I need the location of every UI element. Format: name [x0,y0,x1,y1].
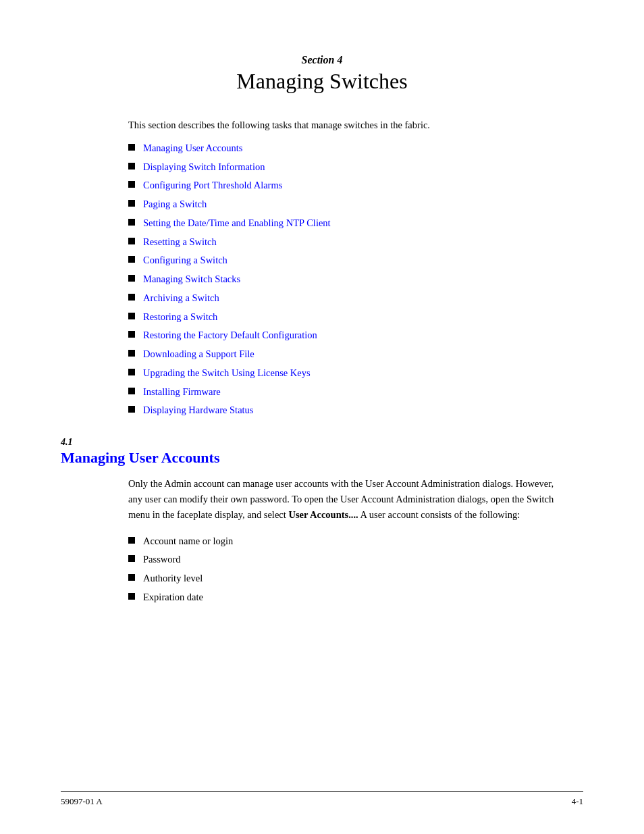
list-item: Managing Switch Stacks [128,272,570,287]
list-item: Upgrading the Switch Using License Keys [128,366,570,381]
bullet-icon [128,574,135,581]
toc-link-displaying-hardware-status[interactable]: Displaying Hardware Status [143,403,254,418]
list-item: Password [128,552,570,567]
bullet-icon [128,144,135,151]
list-item: Account name or login [128,534,570,549]
bullet-icon [128,238,135,244]
section-title: Managing Switches [61,69,583,94]
bullet-icon [128,181,135,188]
toc-link-paging-switch[interactable]: Paging a Switch [143,197,207,212]
list-item: Downloading a Support File [128,347,570,362]
list-item: Configuring Port Threshold Alarms [128,178,570,193]
sub-list-item-2: Password [143,552,181,567]
bullet-icon [128,350,135,357]
bullet-icon [128,369,135,375]
subsection-number: 4.1 [61,437,583,448]
bullet-icon [128,593,135,600]
bullet-icon [128,406,135,413]
list-item: Managing User Accounts [128,141,570,156]
toc-link-installing-firmware[interactable]: Installing Firmware [143,385,221,400]
footer: 59097-01 A 4-1 [61,791,583,807]
toc-link-setting-datetime[interactable]: Setting the Date/Time and Enabling NTP C… [143,216,331,231]
toc-link-configuring-port-threshold[interactable]: Configuring Port Threshold Alarms [143,178,282,193]
list-item: Expiration date [128,590,570,605]
bullet-icon [128,537,135,544]
list-item: Restoring the Factory Default Configurat… [128,328,570,343]
bullet-icon [128,313,135,319]
bullet-icon [128,200,135,207]
toc-link-upgrading-switch[interactable]: Upgrading the Switch Using License Keys [143,366,311,381]
footer-left: 59097-01 A [61,796,103,807]
bullet-icon [128,219,135,226]
toc-link-managing-switch-stacks[interactable]: Managing Switch Stacks [143,272,240,287]
list-item: Installing Firmware [128,385,570,400]
list-item: Setting the Date/Time and Enabling NTP C… [128,216,570,231]
toc-link-archiving-switch[interactable]: Archiving a Switch [143,291,219,306]
footer-right: 4-1 [572,796,583,807]
list-item: Restoring a Switch [128,310,570,325]
sub-list-item-1: Account name or login [143,534,233,549]
list-item: Configuring a Switch [128,253,570,268]
toc-link-restoring-factory-default[interactable]: Restoring the Factory Default Configurat… [143,328,317,343]
list-item: Authority level [128,571,570,586]
body-bold: User Accounts.... [288,509,358,520]
toc-link-downloading-support-file[interactable]: Downloading a Support File [143,347,254,362]
list-item: Displaying Hardware Status [128,403,570,418]
section-label: Section 4 [61,54,583,66]
toc-link-restoring-switch[interactable]: Restoring a Switch [143,310,217,325]
bullet-icon [128,256,135,263]
sub-list-item-3: Authority level [143,571,203,586]
intro-text: This section describes the following tas… [128,118,570,133]
bullet-icon [128,388,135,394]
list-item: Archiving a Switch [128,291,570,306]
page: Section 4 Managing Switches This section… [0,0,644,834]
toc-link-resetting-switch[interactable]: Resetting a Switch [143,235,217,250]
toc-link-configuring-switch[interactable]: Configuring a Switch [143,253,227,268]
body-text-end: A user account consists of the following… [358,509,520,520]
list-item: Resetting a Switch [128,235,570,250]
subsection-title: Managing User Accounts [61,449,583,467]
subsection-body: Only the Admin account can manage user a… [128,476,570,523]
sub-list-item-4: Expiration date [143,590,203,605]
bullet-icon [128,331,135,338]
list-item: Paging a Switch [128,197,570,212]
bullet-icon [128,275,135,282]
list-item: Displaying Switch Information [128,160,570,175]
toc-list: Managing User Accounts Displaying Switch… [128,141,570,418]
toc-link-displaying-switch-info[interactable]: Displaying Switch Information [143,160,265,175]
bullet-icon [128,163,135,170]
toc-link-managing-user-accounts[interactable]: Managing User Accounts [143,141,242,156]
bullet-icon [128,294,135,301]
bullet-icon [128,555,135,562]
sub-list: Account name or login Password Authority… [128,534,570,605]
